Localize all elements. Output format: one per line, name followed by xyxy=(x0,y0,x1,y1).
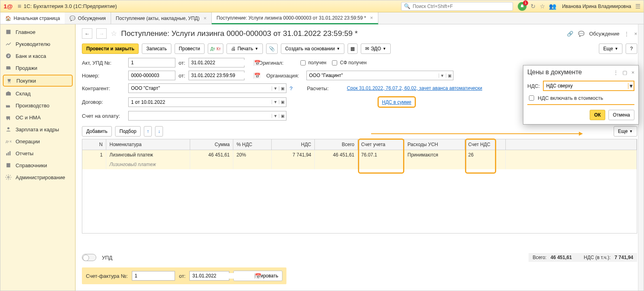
attach-button[interactable]: 📎 xyxy=(266,44,278,54)
nds-link[interactable]: НДС в сумме xyxy=(382,99,411,105)
table-row[interactable]: Лизинговый платеж xyxy=(82,160,637,169)
cancel-button[interactable]: Отмена xyxy=(608,110,634,120)
table-header: N Номенклатура Сумма % НДС НДС Всего Сче… xyxy=(82,139,637,150)
number-input[interactable] xyxy=(128,71,175,80)
maximize-icon[interactable]: ▢ xyxy=(622,69,627,75)
contractor-select[interactable]: ▼▣ xyxy=(128,83,286,93)
calendar-icon[interactable]: 📅 xyxy=(254,273,261,279)
link-icon[interactable]: 🔗 xyxy=(567,31,573,37)
sf-no-input[interactable] xyxy=(132,271,175,281)
sidebar-item-production[interactable]: Производство xyxy=(0,99,75,111)
sidebar-item-bank[interactable]: ₽Банк и касса xyxy=(0,50,75,62)
move-up-button[interactable]: ↑ xyxy=(144,126,152,137)
search-box[interactable]: 🔍 xyxy=(401,2,513,11)
upd-label: УПД xyxy=(102,255,112,261)
popup-nds-select[interactable]: ▼ xyxy=(543,81,634,91)
discuss-label[interactable]: Обсуждение xyxy=(589,31,620,37)
edo-button[interactable]: ✉ ЭДО ▼ xyxy=(361,44,391,54)
more-button[interactable]: Еще ▼ xyxy=(599,44,622,54)
act-date-input[interactable]: 📅 xyxy=(189,58,244,67)
print-button[interactable]: 🖨Печать ▼ xyxy=(227,44,262,54)
svg-point-3 xyxy=(10,82,10,83)
cb-received[interactable]: получен xyxy=(299,59,326,67)
dropdown-icon: ▼ xyxy=(628,83,634,89)
sidebar-item-manager[interactable]: Руководителю xyxy=(0,38,75,50)
bill-select[interactable]: ▼▣ xyxy=(128,111,286,121)
totals-bar: Всего: 46 451,61 НДС (в т.ч.): 7 741,94 xyxy=(529,253,637,262)
org-select[interactable]: ▼▣ xyxy=(306,71,453,80)
history-icon[interactable]: ↻ xyxy=(531,3,536,10)
sidebar-item-reports[interactable]: Отчеты xyxy=(0,147,75,159)
svg-text:₽: ₽ xyxy=(8,54,10,58)
items-table: N Номенклатура Сумма % НДС НДС Всего Сче… xyxy=(82,139,637,234)
search-input[interactable] xyxy=(412,3,510,10)
bell-icon[interactable]: 1 xyxy=(518,2,527,11)
contract-select[interactable]: ▼▣ xyxy=(128,97,286,107)
topbar: 1@ ≡ 1С: Бухгалтерия 3.0 (1С:Предприятие… xyxy=(0,0,644,12)
svg-rect-4 xyxy=(6,116,10,119)
sidebar-item-assets[interactable]: ОС и НМА xyxy=(0,111,75,123)
label-ot: от: xyxy=(179,273,186,279)
sidebar-item-hr[interactable]: Зарплата и кадры xyxy=(0,123,75,135)
kebab-icon[interactable]: ⋮ xyxy=(624,31,629,37)
svg-point-7 xyxy=(7,127,9,129)
scrollbar[interactable] xyxy=(638,24,644,291)
sidebar-item-sales[interactable]: Продажи xyxy=(0,62,75,74)
calendar-icon[interactable]: 📅 xyxy=(254,60,260,66)
sidebar-item-refs[interactable]: Справочники xyxy=(0,159,75,171)
sidebar-item-admin[interactable]: Администрирование xyxy=(0,171,75,183)
label-ot: от: xyxy=(179,73,185,79)
close-icon[interactable]: × xyxy=(631,69,634,75)
calc-link[interactable]: Срок 31.01.2022, 76.07.2, 60.02, зачет а… xyxy=(347,85,482,91)
sidebar-item-operations[interactable]: Дт КтОперации xyxy=(0,135,75,147)
invoice-row: Счет-фактура №: от: 📅 Зарегистрировать xyxy=(82,267,286,284)
user-name[interactable]: Иванова Ирина Владимировна xyxy=(562,4,631,9)
cb-sf-received[interactable]: СФ получен xyxy=(330,59,367,67)
act-no-input[interactable] xyxy=(128,58,175,67)
dtkt-button[interactable]: ДтКт xyxy=(208,44,224,54)
calendar-icon[interactable]: 📅 xyxy=(254,73,260,79)
hamburger-icon[interactable]: ≡ xyxy=(18,3,21,10)
sidebar-item-purchases[interactable]: Покупки xyxy=(3,75,73,87)
upd-toggle[interactable] xyxy=(82,254,96,261)
table-more-button[interactable]: Еще ▼ xyxy=(614,126,637,137)
tab-receipts[interactable]: Поступление (акты, накладные, УПД)× xyxy=(111,12,212,24)
nav-back-button[interactable]: ← xyxy=(82,28,92,39)
select-button[interactable]: Подбор xyxy=(115,126,141,137)
star-icon[interactable]: ☆ xyxy=(540,3,545,10)
print-icon: 🖨 xyxy=(231,46,236,51)
based-on-button[interactable]: Создать на основании ▼ xyxy=(281,44,344,54)
help-icon[interactable]: ? xyxy=(290,85,292,91)
help-button[interactable]: ? xyxy=(626,44,637,54)
sidebar-item-warehouse[interactable]: Склад xyxy=(0,87,75,99)
close-icon[interactable]: × xyxy=(370,15,373,21)
open-icon: ▣ xyxy=(279,114,286,118)
tab-discussions[interactable]: 💬Обсуждения xyxy=(65,12,111,24)
ok-button[interactable]: ОК xyxy=(590,110,605,120)
tab-home[interactable]: 🏠Начальная страница xyxy=(0,12,65,24)
num-date-input[interactable]: 📅 xyxy=(189,71,244,80)
sf-date-input[interactable]: 📅 xyxy=(189,271,229,281)
table-row[interactable]: 1 Лизинговый платеж 46 451,61 20% 7 741,… xyxy=(82,150,637,160)
close-icon[interactable]: × xyxy=(203,15,207,21)
chat-icon: 💬 xyxy=(70,16,76,21)
save-button[interactable]: Записать xyxy=(142,44,171,54)
add-row-button[interactable]: Добавить xyxy=(82,126,112,137)
post-button[interactable]: Провести xyxy=(175,44,205,54)
popup-include-nds-cb[interactable]: НДС включать в стоимость xyxy=(527,94,634,105)
home-icon: 🏠 xyxy=(5,16,11,21)
tab-document[interactable]: Поступление: Услуги лизинга 0000-000003 … xyxy=(212,12,378,24)
label-act: Акт, УПД №: xyxy=(82,60,125,66)
close-icon[interactable]: × xyxy=(634,31,637,37)
favorite-icon[interactable]: ☆ xyxy=(111,29,117,38)
struct-button[interactable]: ▦ xyxy=(348,44,358,54)
menu-icon[interactable]: ☰ xyxy=(635,3,640,10)
kebab-icon[interactable]: ⋮ xyxy=(613,69,618,75)
move-down-button[interactable]: ↓ xyxy=(155,126,163,137)
users-icon[interactable]: 👥 xyxy=(549,3,557,10)
tab-bar: 🏠Начальная страница 💬Обсуждения Поступле… xyxy=(0,12,644,24)
post-close-button[interactable]: Провести и закрыть xyxy=(82,44,139,54)
sidebar-item-main[interactable]: Главное xyxy=(0,26,75,38)
nav-fwd-button[interactable]: → xyxy=(96,28,107,39)
discuss-icon[interactable]: 💬 xyxy=(578,31,584,37)
